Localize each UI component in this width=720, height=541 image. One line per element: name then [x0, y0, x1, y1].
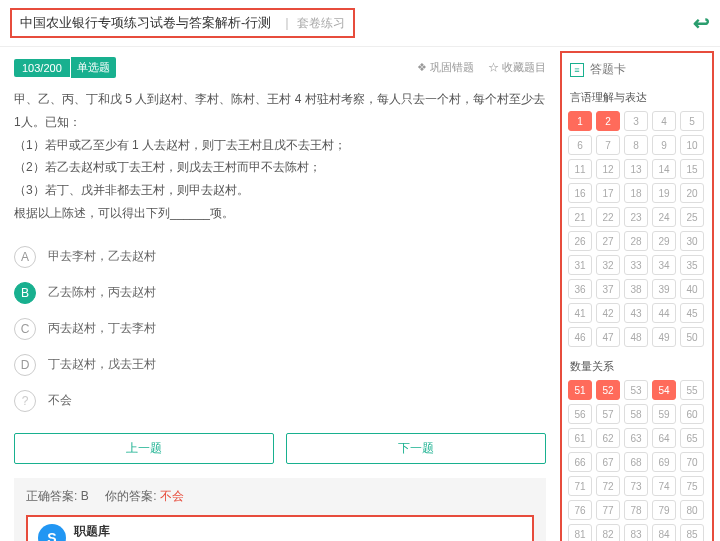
card-cell-39[interactable]: 39 — [652, 279, 676, 299]
option-D[interactable]: D丁去赵村，戊去王村 — [14, 347, 546, 383]
card-cell-29[interactable]: 29 — [652, 231, 676, 251]
card-cell-21[interactable]: 21 — [568, 207, 592, 227]
consolidate-button[interactable]: ❖ 巩固错题 — [417, 60, 474, 75]
card-cell-17[interactable]: 17 — [596, 183, 620, 203]
card-cell-28[interactable]: 28 — [624, 231, 648, 251]
card-cell-84[interactable]: 84 — [652, 524, 676, 541]
card-cell-20[interactable]: 20 — [680, 183, 704, 203]
card-cell-79[interactable]: 79 — [652, 500, 676, 520]
card-cell-46[interactable]: 46 — [568, 327, 592, 347]
card-cell-40[interactable]: 40 — [680, 279, 704, 299]
card-cell-25[interactable]: 25 — [680, 207, 704, 227]
favorite-button[interactable]: ☆ 收藏题目 — [488, 60, 546, 75]
page-subtitle: ｜ 套卷练习 — [281, 15, 344, 32]
reply-icon[interactable]: ↩ — [693, 11, 710, 35]
card-cell-60[interactable]: 60 — [680, 404, 704, 424]
next-button[interactable]: 下一题 — [286, 433, 546, 464]
card-cell-5[interactable]: 5 — [680, 111, 704, 131]
card-cell-13[interactable]: 13 — [624, 159, 648, 179]
option-B[interactable]: B乙去陈村，丙去赵村 — [14, 275, 546, 311]
card-cell-67[interactable]: 67 — [596, 452, 620, 472]
card-cell-9[interactable]: 9 — [652, 135, 676, 155]
card-cell-85[interactable]: 85 — [680, 524, 704, 541]
card-cell-47[interactable]: 47 — [596, 327, 620, 347]
card-cell-2[interactable]: 2 — [596, 111, 620, 131]
card-cell-15[interactable]: 15 — [680, 159, 704, 179]
card-cell-78[interactable]: 78 — [624, 500, 648, 520]
card-cell-24[interactable]: 24 — [652, 207, 676, 227]
card-cell-18[interactable]: 18 — [624, 183, 648, 203]
card-cell-56[interactable]: 56 — [568, 404, 592, 424]
card-cell-8[interactable]: 8 — [624, 135, 648, 155]
card-cell-38[interactable]: 38 — [624, 279, 648, 299]
card-cell-44[interactable]: 44 — [652, 303, 676, 323]
library-promo[interactable]: S 职题库 可能是最全的笔试面试题库 — [26, 515, 534, 541]
card-cell-70[interactable]: 70 — [680, 452, 704, 472]
card-cell-69[interactable]: 69 — [652, 452, 676, 472]
card-cell-82[interactable]: 82 — [596, 524, 620, 541]
option-letter: A — [14, 246, 36, 268]
card-cell-77[interactable]: 77 — [596, 500, 620, 520]
card-cell-49[interactable]: 49 — [652, 327, 676, 347]
card-cell-66[interactable]: 66 — [568, 452, 592, 472]
card-cell-1[interactable]: 1 — [568, 111, 592, 131]
card-cell-37[interactable]: 37 — [596, 279, 620, 299]
card-cell-10[interactable]: 10 — [680, 135, 704, 155]
card-cell-71[interactable]: 71 — [568, 476, 592, 496]
card-cell-62[interactable]: 62 — [596, 428, 620, 448]
card-cell-19[interactable]: 19 — [652, 183, 676, 203]
card-cell-32[interactable]: 32 — [596, 255, 620, 275]
card-cell-41[interactable]: 41 — [568, 303, 592, 323]
card-cell-42[interactable]: 42 — [596, 303, 620, 323]
card-icon: ≡ — [570, 63, 584, 77]
card-cell-48[interactable]: 48 — [624, 327, 648, 347]
card-cell-76[interactable]: 76 — [568, 500, 592, 520]
card-cell-83[interactable]: 83 — [624, 524, 648, 541]
card-cell-52[interactable]: 52 — [596, 380, 620, 400]
card-cell-27[interactable]: 27 — [596, 231, 620, 251]
card-cell-75[interactable]: 75 — [680, 476, 704, 496]
card-cell-34[interactable]: 34 — [652, 255, 676, 275]
card-cell-64[interactable]: 64 — [652, 428, 676, 448]
top-bar: 中国农业银行专项练习试卷与答案解析-行测 ｜ 套卷练习 ↩ — [0, 0, 720, 47]
card-cell-7[interactable]: 7 — [596, 135, 620, 155]
card-cell-58[interactable]: 58 — [624, 404, 648, 424]
card-cell-73[interactable]: 73 — [624, 476, 648, 496]
card-cell-80[interactable]: 80 — [680, 500, 704, 520]
card-cell-22[interactable]: 22 — [596, 207, 620, 227]
card-cell-30[interactable]: 30 — [680, 231, 704, 251]
card-cell-23[interactable]: 23 — [624, 207, 648, 227]
card-cell-63[interactable]: 63 — [624, 428, 648, 448]
card-cell-68[interactable]: 68 — [624, 452, 648, 472]
card-cell-81[interactable]: 81 — [568, 524, 592, 541]
card-cell-45[interactable]: 45 — [680, 303, 704, 323]
card-cell-59[interactable]: 59 — [652, 404, 676, 424]
card-cell-43[interactable]: 43 — [624, 303, 648, 323]
card-cell-16[interactable]: 16 — [568, 183, 592, 203]
card-cell-26[interactable]: 26 — [568, 231, 592, 251]
card-cell-3[interactable]: 3 — [624, 111, 648, 131]
option-A[interactable]: A甲去李村，乙去赵村 — [14, 239, 546, 275]
card-cell-72[interactable]: 72 — [596, 476, 620, 496]
card-cell-57[interactable]: 57 — [596, 404, 620, 424]
option-?[interactable]: ?不会 — [14, 383, 546, 419]
card-cell-53[interactable]: 53 — [624, 380, 648, 400]
card-cell-74[interactable]: 74 — [652, 476, 676, 496]
card-cell-55[interactable]: 55 — [680, 380, 704, 400]
card-cell-65[interactable]: 65 — [680, 428, 704, 448]
card-cell-14[interactable]: 14 — [652, 159, 676, 179]
card-cell-50[interactable]: 50 — [680, 327, 704, 347]
card-cell-11[interactable]: 11 — [568, 159, 592, 179]
card-cell-31[interactable]: 31 — [568, 255, 592, 275]
card-cell-6[interactable]: 6 — [568, 135, 592, 155]
prev-button[interactable]: 上一题 — [14, 433, 274, 464]
option-C[interactable]: C丙去赵村，丁去李村 — [14, 311, 546, 347]
card-cell-35[interactable]: 35 — [680, 255, 704, 275]
card-cell-51[interactable]: 51 — [568, 380, 592, 400]
card-cell-12[interactable]: 12 — [596, 159, 620, 179]
card-cell-36[interactable]: 36 — [568, 279, 592, 299]
card-cell-4[interactable]: 4 — [652, 111, 676, 131]
card-cell-61[interactable]: 61 — [568, 428, 592, 448]
card-cell-33[interactable]: 33 — [624, 255, 648, 275]
card-cell-54[interactable]: 54 — [652, 380, 676, 400]
